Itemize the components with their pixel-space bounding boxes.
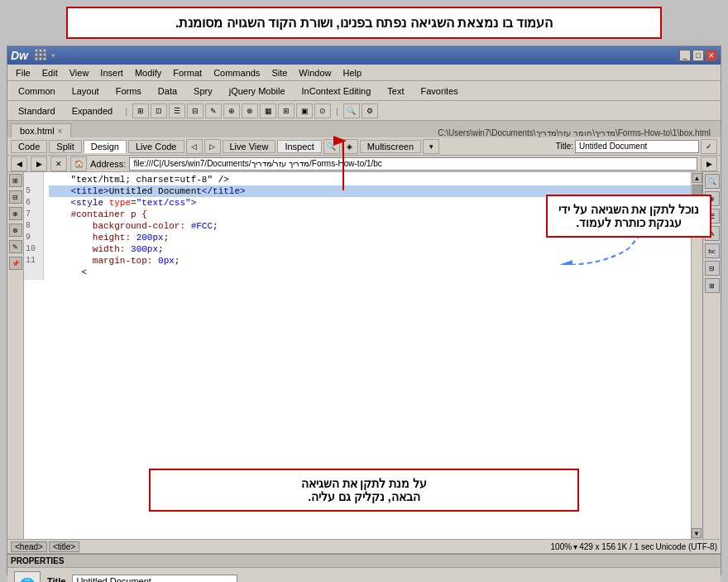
nav-home-button[interactable]: 🏠 [70, 156, 87, 171]
menu-window[interactable]: Window [294, 66, 336, 79]
side-icon-1[interactable]: 🔍 [705, 174, 720, 189]
expanded-view[interactable]: Expanded [65, 103, 121, 118]
side-icon-6[interactable]: ⊟ [705, 261, 720, 276]
live-code-button[interactable]: Live Code [128, 140, 184, 153]
toolbar-icon-13[interactable]: ⚙ [362, 103, 378, 118]
code-line-1: "text/html; charset=utf-8" /> [49, 174, 699, 185]
code-line-7: width: 300px; [49, 243, 699, 255]
design-view-button[interactable]: Design [84, 140, 127, 153]
toolbar-separator-1: | [125, 106, 127, 116]
split-view-button[interactable]: Split [49, 140, 81, 153]
toolbar-row: Common Layout Forms Data Spry jQuery Mob… [7, 81, 721, 101]
properties-title: PROPERTIES [7, 555, 721, 568]
multiscreen-button[interactable]: Multiscreen [360, 140, 421, 153]
title-bar: Dw ▾ _ □ ✕ [7, 46, 721, 65]
close-button[interactable]: ✕ [706, 50, 717, 61]
properties-icon: 🌐 [14, 571, 41, 582]
file-tab-box-html[interactable]: box.html × [11, 123, 71, 137]
menu-bar: File Edit View Insert Modify Format Comm… [7, 65, 721, 81]
icon-toolbar-row: Standard Expanded | ⊞ ⊡ ☰ ⊟ ✎ ⊕ ⊗ ▦ ⊞ ▣ … [7, 101, 721, 121]
line-numbers: 5 6 7 8 9 10 11 [24, 172, 44, 280]
toolbar-icon-1[interactable]: ⊞ [132, 103, 149, 118]
scroll-up-button[interactable]: ▲ [692, 173, 702, 183]
toolbar-icon-2[interactable]: ⊡ [151, 103, 167, 118]
nav-stop-button[interactable]: ✕ [50, 156, 67, 171]
title-input[interactable] [575, 140, 699, 153]
inspect-button[interactable]: Inspect [277, 140, 321, 153]
breadcrumb-head[interactable]: <head> [11, 541, 47, 552]
left-icon-3[interactable]: ⊕ [9, 207, 22, 220]
file-tab-close[interactable]: × [58, 127, 63, 136]
inspect-icon-1[interactable]: 🔍 [323, 139, 340, 154]
toolbar-icon-9[interactable]: ⊞ [278, 103, 295, 118]
menu-view[interactable]: View [65, 66, 94, 79]
tab-text[interactable]: Text [380, 84, 411, 99]
tab-data[interactable]: Data [151, 84, 184, 99]
maximize-button[interactable]: □ [692, 50, 704, 61]
nav-back-button[interactable]: ◀ [11, 156, 27, 171]
tab-jquery-mobile[interactable]: jQuery Mobile [222, 84, 293, 99]
lc-icon-2[interactable]: ▷ [204, 139, 221, 154]
left-icon-4[interactable]: ⊗ [9, 224, 22, 237]
menu-modify[interactable]: Modify [130, 66, 166, 79]
left-panel: ⊞ ⊟ ⊕ ⊗ ✎ 📌 [7, 172, 24, 539]
ms-icon[interactable]: ▾ [423, 139, 439, 154]
title-label: Title: [556, 142, 573, 151]
toolbar-icon-4[interactable]: ⊟ [187, 103, 204, 118]
tab-favorites[interactable]: Favorites [414, 84, 466, 99]
maximize-icon: □ [696, 51, 700, 60]
left-icon-1[interactable]: ⊞ [9, 174, 22, 187]
top-annotation-text: העמוד בו נמצאת השגיאה נפתח בפנינו, ושורת… [175, 16, 553, 30]
live-view-button[interactable]: Live View [223, 140, 276, 153]
toolbar-icon-10[interactable]: ▣ [296, 103, 313, 118]
nav-forward-button[interactable]: ▶ [31, 156, 47, 171]
minimize-icon: _ [682, 51, 687, 60]
side-icon-5[interactable]: bc [705, 243, 720, 258]
tab-layout[interactable]: Layout [65, 84, 107, 99]
tab-spry[interactable]: Spry [186, 84, 220, 99]
toolbar-icon-8[interactable]: ▦ [260, 103, 276, 118]
side-icon-7[interactable]: ⊞ [705, 278, 720, 293]
address-label: Address: [90, 159, 126, 169]
tab-forms[interactable]: Forms [108, 84, 149, 99]
code-line-8: margin-top: 0px; [49, 255, 699, 267]
menu-insert[interactable]: Insert [95, 66, 128, 79]
menu-commands[interactable]: Commands [208, 66, 265, 79]
menu-file[interactable]: File [11, 66, 36, 79]
title-field-input[interactable] [72, 575, 237, 582]
left-icon-2[interactable]: ⊟ [9, 190, 22, 204]
scroll-down-button[interactable]: ▼ [692, 528, 702, 538]
toolbar-icon-5[interactable]: ✎ [205, 103, 222, 118]
inspect-icon-2[interactable]: ◈ [342, 139, 358, 154]
address-input[interactable] [129, 157, 697, 171]
toolbar-icon-7[interactable]: ⊗ [242, 103, 258, 118]
left-icon-6[interactable]: 📌 [9, 257, 22, 270]
status-dimensions: 429 x 156 [579, 542, 615, 551]
left-icon-5[interactable]: ✎ [9, 240, 22, 253]
title-separator: ▾ [51, 51, 55, 60]
toolbar-icon-11[interactable]: ⊙ [314, 103, 331, 118]
lc-icon-1[interactable]: ◁ [186, 139, 203, 154]
annotation-right: נוכל לתקן את השגיאה על ידי עגנקת כותרת ל… [546, 195, 711, 238]
annotation-bottom: על מנת לתקן את השגיאה הבאה, נקליק גם עלי… [149, 469, 579, 512]
status-zoom: 100% [551, 542, 572, 551]
breadcrumb-title[interactable]: <title> [49, 541, 79, 552]
properties-panel: PROPERTIES 🌐 Title [7, 554, 721, 582]
standard-view[interactable]: Standard [11, 103, 63, 118]
top-annotation: העמוד בו נמצאת השגיאה נפתח בפנינו, ושורת… [66, 7, 662, 39]
minimize-button[interactable]: _ [679, 50, 691, 61]
menu-help[interactable]: Help [338, 66, 366, 79]
menu-site[interactable]: Site [266, 66, 292, 79]
tab-incontext[interactable]: InContext Editing [295, 84, 379, 99]
menu-format[interactable]: Format [168, 66, 207, 79]
code-view-button[interactable]: Code [11, 140, 47, 153]
toolbar-icon-3[interactable]: ☰ [169, 103, 185, 118]
toolbar-icon-6[interactable]: ⊕ [223, 103, 240, 118]
menu-edit[interactable]: Edit [37, 66, 63, 79]
tab-common[interactable]: Common [11, 84, 63, 99]
close-icon: ✕ [708, 51, 715, 60]
status-zoom-dropdown[interactable]: ▾ [573, 542, 577, 551]
toolbar-icon-12[interactable]: 🔍 [343, 103, 360, 118]
address-go-button[interactable]: ▶ [701, 156, 717, 171]
title-apply-button[interactable]: ✓ [701, 139, 717, 154]
